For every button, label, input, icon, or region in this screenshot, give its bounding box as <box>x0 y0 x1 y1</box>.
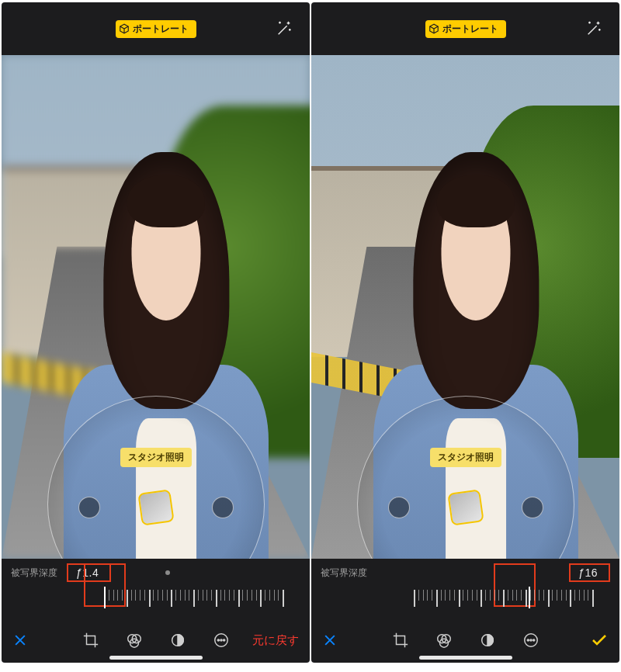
depth-label: 被写界深度 <box>321 566 367 580</box>
crop-icon[interactable] <box>392 632 409 649</box>
editor-pane-left: ポートレート スタジオ照明 被写界深度 ƒ1.4 <box>2 2 310 663</box>
svg-point-6 <box>220 639 221 641</box>
svg-point-7 <box>223 639 224 641</box>
done-icon[interactable] <box>590 631 609 649</box>
depth-label: 被写界深度 <box>11 566 57 580</box>
adjust-icon[interactable] <box>479 632 496 649</box>
depth-slider[interactable] <box>11 588 300 608</box>
svg-point-14 <box>529 639 531 641</box>
filters-icon[interactable] <box>126 632 143 649</box>
portrait-mode-label: ポートレート <box>133 23 189 36</box>
editor-pane-right: ポートレート スタジオ照明 被写界深度 ƒ16 <box>311 2 619 663</box>
svg-point-15 <box>533 639 534 641</box>
revert-button[interactable]: 元に戻す <box>252 633 299 648</box>
header: ポートレート <box>2 2 310 55</box>
lighting-option-next[interactable] <box>212 497 234 518</box>
toolbar <box>311 618 619 663</box>
svg-point-5 <box>217 639 219 641</box>
more-icon[interactable] <box>213 632 230 649</box>
portrait-mode-label: ポートレート <box>442 23 498 36</box>
depth-control: 被写界深度 ƒ16 <box>311 559 619 618</box>
home-indicator <box>109 656 203 660</box>
cube-icon <box>119 23 130 34</box>
cancel-icon[interactable] <box>322 632 338 648</box>
filters-icon[interactable] <box>435 632 453 649</box>
wand-icon[interactable] <box>585 20 602 37</box>
lighting-picker[interactable] <box>78 489 234 526</box>
f-value-chip[interactable]: ƒ16 <box>569 563 610 582</box>
depth-slider[interactable] <box>321 588 610 608</box>
crop-icon[interactable] <box>82 632 99 649</box>
lighting-option-prev[interactable] <box>78 497 100 518</box>
lighting-option-selected[interactable] <box>137 489 174 525</box>
svg-point-13 <box>527 639 529 641</box>
depth-default-dot <box>165 570 170 575</box>
home-indicator <box>419 656 512 660</box>
cancel-icon[interactable] <box>12 632 28 648</box>
header: ポートレート <box>311 2 619 55</box>
lighting-option-next[interactable] <box>522 497 543 518</box>
adjust-icon[interactable] <box>169 632 186 649</box>
portrait-mode-badge[interactable]: ポートレート <box>425 20 506 38</box>
depth-control: 被写界深度 ƒ1.4 <box>2 559 310 618</box>
lighting-option-selected[interactable] <box>447 489 484 525</box>
photo-preview[interactable]: スタジオ照明 <box>311 55 619 559</box>
lighting-picker[interactable] <box>388 489 543 526</box>
toolbar: 元に戻す <box>2 618 310 663</box>
portrait-mode-badge[interactable]: ポートレート <box>116 20 196 38</box>
cube-icon <box>428 23 439 34</box>
f-value: ƒ16 <box>578 566 598 579</box>
lighting-option-prev[interactable] <box>388 497 410 518</box>
photo-preview[interactable]: スタジオ照明 <box>2 55 310 559</box>
lighting-label: スタジオ照明 <box>430 448 501 467</box>
more-icon[interactable] <box>522 632 539 649</box>
wand-icon[interactable] <box>276 20 293 37</box>
lighting-label: スタジオ照明 <box>120 448 192 467</box>
